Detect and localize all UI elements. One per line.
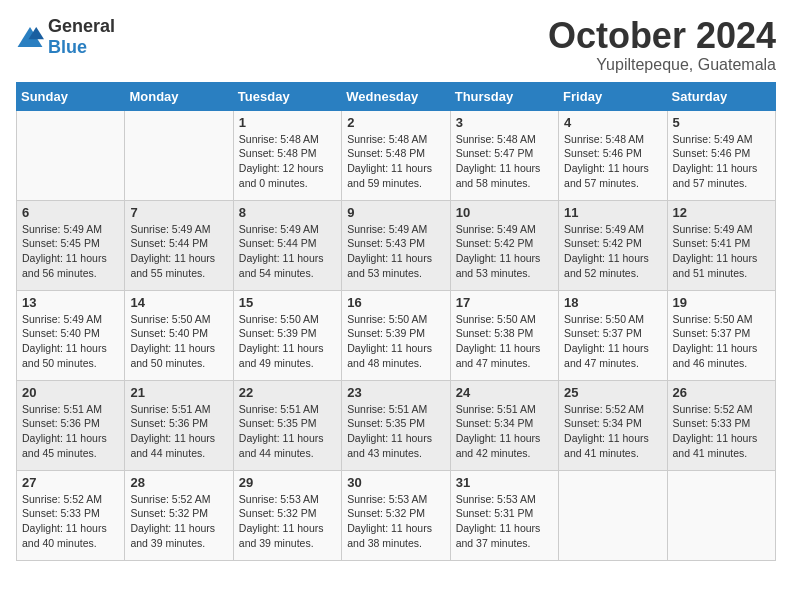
logo-blue: Blue bbox=[48, 37, 87, 57]
calendar-cell: 30Sunrise: 5:53 AMSunset: 5:32 PMDayligh… bbox=[342, 470, 450, 560]
calendar-cell: 11Sunrise: 5:49 AMSunset: 5:42 PMDayligh… bbox=[559, 200, 667, 290]
calendar-cell: 7Sunrise: 5:49 AMSunset: 5:44 PMDaylight… bbox=[125, 200, 233, 290]
day-info: Sunrise: 5:53 AMSunset: 5:32 PMDaylight:… bbox=[239, 492, 336, 551]
title-block: October 2024 Yupiltepeque, Guatemala bbox=[548, 16, 776, 74]
day-number: 9 bbox=[347, 205, 444, 220]
calendar-cell: 1Sunrise: 5:48 AMSunset: 5:48 PMDaylight… bbox=[233, 110, 341, 200]
calendar-cell: 27Sunrise: 5:52 AMSunset: 5:33 PMDayligh… bbox=[17, 470, 125, 560]
day-number: 3 bbox=[456, 115, 553, 130]
calendar-cell: 10Sunrise: 5:49 AMSunset: 5:42 PMDayligh… bbox=[450, 200, 558, 290]
day-number: 27 bbox=[22, 475, 119, 490]
calendar-cell: 5Sunrise: 5:49 AMSunset: 5:46 PMDaylight… bbox=[667, 110, 775, 200]
logo-general: General bbox=[48, 16, 115, 36]
calendar-cell: 12Sunrise: 5:49 AMSunset: 5:41 PMDayligh… bbox=[667, 200, 775, 290]
day-number: 8 bbox=[239, 205, 336, 220]
week-row-5: 27Sunrise: 5:52 AMSunset: 5:33 PMDayligh… bbox=[17, 470, 776, 560]
header-wednesday: Wednesday bbox=[342, 82, 450, 110]
day-info: Sunrise: 5:49 AMSunset: 5:45 PMDaylight:… bbox=[22, 222, 119, 281]
day-info: Sunrise: 5:49 AMSunset: 5:44 PMDaylight:… bbox=[130, 222, 227, 281]
day-info: Sunrise: 5:48 AMSunset: 5:46 PMDaylight:… bbox=[564, 132, 661, 191]
day-number: 19 bbox=[673, 295, 770, 310]
day-number: 26 bbox=[673, 385, 770, 400]
day-number: 7 bbox=[130, 205, 227, 220]
day-number: 20 bbox=[22, 385, 119, 400]
header-sunday: Sunday bbox=[17, 82, 125, 110]
day-number: 24 bbox=[456, 385, 553, 400]
day-info: Sunrise: 5:52 AMSunset: 5:33 PMDaylight:… bbox=[673, 402, 770, 461]
day-number: 11 bbox=[564, 205, 661, 220]
day-info: Sunrise: 5:49 AMSunset: 5:43 PMDaylight:… bbox=[347, 222, 444, 281]
calendar-cell: 17Sunrise: 5:50 AMSunset: 5:38 PMDayligh… bbox=[450, 290, 558, 380]
day-number: 18 bbox=[564, 295, 661, 310]
day-info: Sunrise: 5:51 AMSunset: 5:35 PMDaylight:… bbox=[239, 402, 336, 461]
week-row-4: 20Sunrise: 5:51 AMSunset: 5:36 PMDayligh… bbox=[17, 380, 776, 470]
day-info: Sunrise: 5:50 AMSunset: 5:39 PMDaylight:… bbox=[347, 312, 444, 371]
calendar-cell bbox=[17, 110, 125, 200]
day-info: Sunrise: 5:50 AMSunset: 5:38 PMDaylight:… bbox=[456, 312, 553, 371]
week-row-2: 6Sunrise: 5:49 AMSunset: 5:45 PMDaylight… bbox=[17, 200, 776, 290]
calendar-cell bbox=[125, 110, 233, 200]
header-friday: Friday bbox=[559, 82, 667, 110]
day-info: Sunrise: 5:49 AMSunset: 5:41 PMDaylight:… bbox=[673, 222, 770, 281]
week-row-3: 13Sunrise: 5:49 AMSunset: 5:40 PMDayligh… bbox=[17, 290, 776, 380]
logo-icon bbox=[16, 25, 44, 49]
calendar-cell: 21Sunrise: 5:51 AMSunset: 5:36 PMDayligh… bbox=[125, 380, 233, 470]
calendar-cell: 26Sunrise: 5:52 AMSunset: 5:33 PMDayligh… bbox=[667, 380, 775, 470]
day-number: 22 bbox=[239, 385, 336, 400]
calendar-cell: 23Sunrise: 5:51 AMSunset: 5:35 PMDayligh… bbox=[342, 380, 450, 470]
day-number: 4 bbox=[564, 115, 661, 130]
day-info: Sunrise: 5:51 AMSunset: 5:35 PMDaylight:… bbox=[347, 402, 444, 461]
day-number: 21 bbox=[130, 385, 227, 400]
logo: General Blue bbox=[16, 16, 115, 58]
day-info: Sunrise: 5:51 AMSunset: 5:36 PMDaylight:… bbox=[130, 402, 227, 461]
calendar-cell: 13Sunrise: 5:49 AMSunset: 5:40 PMDayligh… bbox=[17, 290, 125, 380]
day-info: Sunrise: 5:49 AMSunset: 5:40 PMDaylight:… bbox=[22, 312, 119, 371]
day-number: 5 bbox=[673, 115, 770, 130]
day-info: Sunrise: 5:49 AMSunset: 5:46 PMDaylight:… bbox=[673, 132, 770, 191]
day-number: 13 bbox=[22, 295, 119, 310]
calendar-cell: 8Sunrise: 5:49 AMSunset: 5:44 PMDaylight… bbox=[233, 200, 341, 290]
day-info: Sunrise: 5:49 AMSunset: 5:42 PMDaylight:… bbox=[564, 222, 661, 281]
calendar-cell: 16Sunrise: 5:50 AMSunset: 5:39 PMDayligh… bbox=[342, 290, 450, 380]
calendar-cell: 18Sunrise: 5:50 AMSunset: 5:37 PMDayligh… bbox=[559, 290, 667, 380]
calendar-cell: 31Sunrise: 5:53 AMSunset: 5:31 PMDayligh… bbox=[450, 470, 558, 560]
day-info: Sunrise: 5:48 AMSunset: 5:47 PMDaylight:… bbox=[456, 132, 553, 191]
day-info: Sunrise: 5:48 AMSunset: 5:48 PMDaylight:… bbox=[347, 132, 444, 191]
day-info: Sunrise: 5:53 AMSunset: 5:32 PMDaylight:… bbox=[347, 492, 444, 551]
calendar-cell: 22Sunrise: 5:51 AMSunset: 5:35 PMDayligh… bbox=[233, 380, 341, 470]
calendar-cell: 19Sunrise: 5:50 AMSunset: 5:37 PMDayligh… bbox=[667, 290, 775, 380]
day-number: 12 bbox=[673, 205, 770, 220]
calendar-cell bbox=[667, 470, 775, 560]
header-monday: Monday bbox=[125, 82, 233, 110]
day-number: 29 bbox=[239, 475, 336, 490]
calendar-table: SundayMondayTuesdayWednesdayThursdayFrid… bbox=[16, 82, 776, 561]
calendar-cell bbox=[559, 470, 667, 560]
calendar-cell: 29Sunrise: 5:53 AMSunset: 5:32 PMDayligh… bbox=[233, 470, 341, 560]
calendar-cell: 6Sunrise: 5:49 AMSunset: 5:45 PMDaylight… bbox=[17, 200, 125, 290]
calendar-cell: 2Sunrise: 5:48 AMSunset: 5:48 PMDaylight… bbox=[342, 110, 450, 200]
day-info: Sunrise: 5:50 AMSunset: 5:40 PMDaylight:… bbox=[130, 312, 227, 371]
day-number: 10 bbox=[456, 205, 553, 220]
calendar-cell: 4Sunrise: 5:48 AMSunset: 5:46 PMDaylight… bbox=[559, 110, 667, 200]
day-info: Sunrise: 5:49 AMSunset: 5:42 PMDaylight:… bbox=[456, 222, 553, 281]
day-number: 25 bbox=[564, 385, 661, 400]
day-number: 1 bbox=[239, 115, 336, 130]
day-info: Sunrise: 5:52 AMSunset: 5:34 PMDaylight:… bbox=[564, 402, 661, 461]
day-number: 17 bbox=[456, 295, 553, 310]
calendar-cell: 24Sunrise: 5:51 AMSunset: 5:34 PMDayligh… bbox=[450, 380, 558, 470]
day-number: 6 bbox=[22, 205, 119, 220]
day-info: Sunrise: 5:50 AMSunset: 5:37 PMDaylight:… bbox=[673, 312, 770, 371]
day-number: 16 bbox=[347, 295, 444, 310]
day-info: Sunrise: 5:53 AMSunset: 5:31 PMDaylight:… bbox=[456, 492, 553, 551]
day-info: Sunrise: 5:51 AMSunset: 5:34 PMDaylight:… bbox=[456, 402, 553, 461]
day-info: Sunrise: 5:50 AMSunset: 5:37 PMDaylight:… bbox=[564, 312, 661, 371]
day-info: Sunrise: 5:51 AMSunset: 5:36 PMDaylight:… bbox=[22, 402, 119, 461]
day-number: 14 bbox=[130, 295, 227, 310]
day-info: Sunrise: 5:50 AMSunset: 5:39 PMDaylight:… bbox=[239, 312, 336, 371]
calendar-cell: 28Sunrise: 5:52 AMSunset: 5:32 PMDayligh… bbox=[125, 470, 233, 560]
day-number: 31 bbox=[456, 475, 553, 490]
header-saturday: Saturday bbox=[667, 82, 775, 110]
calendar-cell: 14Sunrise: 5:50 AMSunset: 5:40 PMDayligh… bbox=[125, 290, 233, 380]
header-tuesday: Tuesday bbox=[233, 82, 341, 110]
calendar-header-row: SundayMondayTuesdayWednesdayThursdayFrid… bbox=[17, 82, 776, 110]
